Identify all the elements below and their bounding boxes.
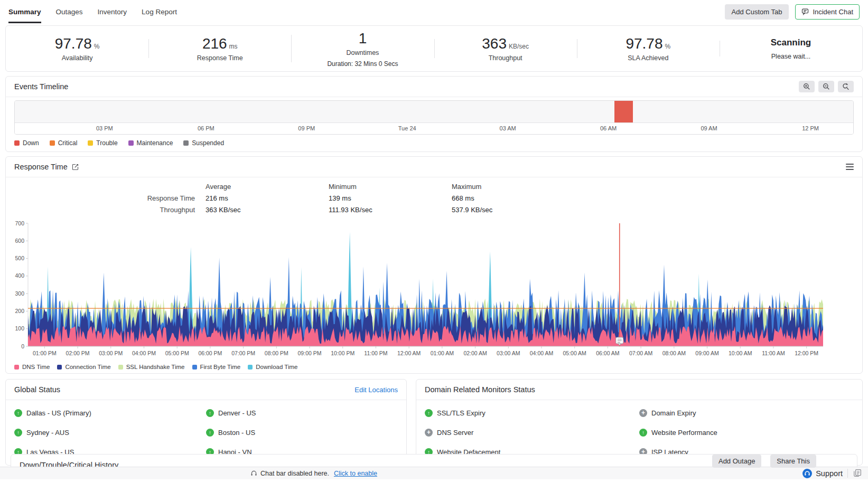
svg-text:04:00 AM: 04:00 AM xyxy=(530,350,553,356)
timeline-zoom-reset-button[interactable] xyxy=(838,81,854,92)
domain-monitor-item[interactable]: +DNS Server xyxy=(425,427,639,438)
incident-chat-button[interactable]: Incident Chat xyxy=(795,4,860,20)
location-status-item[interactable]: ↑Denver - US xyxy=(206,407,398,419)
domain-monitor-label: SSL/TLS Expiry xyxy=(437,409,486,417)
global-status-card: Global Status Edit Locations ↑Dallas - U… xyxy=(5,379,407,466)
svg-text:100: 100 xyxy=(15,325,24,331)
timeline-tick-label: 03 PM xyxy=(96,125,113,131)
scanning-status: Scanning xyxy=(720,37,862,48)
legend-label: Maintenance xyxy=(137,139,173,147)
chat-bubble-icon xyxy=(801,8,809,15)
incident-chat-label: Incident Chat xyxy=(813,8,853,16)
legend-swatch-icon xyxy=(183,140,189,146)
timeline-tick-label: 06 PM xyxy=(198,125,214,131)
events-legend-item: Trouble xyxy=(88,139,117,147)
top-bar: Summary Outages Inventory Log Report Add… xyxy=(0,0,868,23)
global-status-list: ↑Dallas - US (Primary)↑Denver - US↑Sydne… xyxy=(14,407,398,458)
legend-label: Trouble xyxy=(96,139,117,147)
throughput-value: 363 xyxy=(482,35,507,52)
timeline-zoom-in-button[interactable] xyxy=(799,81,815,92)
status-up-icon: ↑ xyxy=(14,409,22,417)
svg-text:700: 700 xyxy=(15,220,24,226)
availability-value: 97.78 xyxy=(55,35,92,52)
downtimes-value: 1 xyxy=(359,30,367,47)
location-status-item[interactable]: ↑Sydney - AUS xyxy=(14,427,206,438)
legend-swatch-icon xyxy=(192,365,197,370)
domain-monitor-item[interactable]: ↑Website Performance xyxy=(639,427,854,438)
events-legend-item: Maintenance xyxy=(128,139,173,147)
events-timeline-lane xyxy=(15,101,853,123)
tab-outages[interactable]: Outages xyxy=(56,0,83,23)
svg-text:07:00 AM: 07:00 AM xyxy=(629,350,652,356)
svg-text:05:00 AM: 05:00 AM xyxy=(563,350,586,356)
timeline-tick-label: 09 AM xyxy=(701,125,717,131)
events-legend-item: Critical xyxy=(50,139,78,147)
response-time-label: Response Time xyxy=(148,54,291,62)
tab-inventory[interactable]: Inventory xyxy=(98,0,127,23)
scanning-wait-text: Please wait... xyxy=(720,53,862,60)
svg-text:06:00 PM: 06:00 PM xyxy=(198,350,222,356)
chat-enable-link[interactable]: Click to enable xyxy=(334,470,377,477)
edit-locations-link[interactable]: Edit Locations xyxy=(354,386,398,394)
tab-log-report[interactable]: Log Report xyxy=(142,0,177,23)
timeline-tick-label: 12 PM xyxy=(802,125,819,131)
feedback-icon[interactable] xyxy=(853,469,862,479)
chat-disabled-text: Chat bar disabled here. xyxy=(260,470,329,477)
svg-text:500: 500 xyxy=(15,255,24,261)
tab-summary[interactable]: Summary xyxy=(8,0,41,23)
svg-text:07:00 PM: 07:00 PM xyxy=(231,350,255,356)
tab-bar: Summary Outages Inventory Log Report xyxy=(8,0,177,23)
add-outage-button[interactable]: Add Outage xyxy=(712,454,761,468)
domain-monitor-label: Website Performance xyxy=(651,429,717,437)
svg-text:11:00 AM: 11:00 AM xyxy=(762,350,785,356)
response-time-stats-table: Average Minimum Maximum Response Time 21… xyxy=(14,183,854,214)
timeline-tick-label: 09 PM xyxy=(298,125,315,131)
events-legend-item: Down xyxy=(14,139,39,147)
domain-monitor-item[interactable]: +Domain Expiry xyxy=(639,407,854,419)
kpi-summary-card: 97.78% Availability 216ms Response Time … xyxy=(5,25,863,72)
kpi-availability: 97.78% Availability xyxy=(6,35,148,62)
throughput-minimum: 111.93 KB/sec xyxy=(329,206,452,214)
svg-text:03:00 AM: 03:00 AM xyxy=(497,350,520,356)
legend-label: SSL Handshake Time xyxy=(126,364,185,370)
stats-col-maximum: Maximum xyxy=(452,183,854,191)
timeline-zoom-out-button[interactable] xyxy=(818,81,834,92)
chart-legend-item[interactable]: DNS Time xyxy=(14,364,50,370)
response-time-title: Response Time xyxy=(14,163,68,171)
legend-swatch-icon xyxy=(128,140,134,146)
chart-legend-item[interactable]: Download Time xyxy=(248,364,297,370)
timeline-down-event-block[interactable] xyxy=(614,101,633,122)
location-status-item[interactable]: ↑Boston - US xyxy=(206,427,398,438)
domain-monitors-title: Domain Related Monitors Status xyxy=(425,385,535,394)
stats-row-response-time-label: Response Time xyxy=(14,194,206,202)
domain-monitors-list: ↑SSL/TLS Expiry+Domain Expiry+DNS Server… xyxy=(425,407,854,458)
timeline-tick-label: 03 AM xyxy=(500,125,516,131)
legend-label: DNS Time xyxy=(22,364,50,370)
status-up-icon: ↑ xyxy=(14,429,22,437)
legend-label: Suspended xyxy=(192,139,224,147)
throughput-maximum: 537.9 KB/sec xyxy=(452,206,854,214)
share-this-button[interactable]: Share This xyxy=(770,454,816,468)
svg-text:10:00 PM: 10:00 PM xyxy=(331,350,354,356)
response-time-minimum: 139 ms xyxy=(329,194,452,202)
domain-monitors-card: Domain Related Monitors Status ↑SSL/TLS … xyxy=(416,379,863,466)
response-time-average: 216 ms xyxy=(206,194,329,202)
svg-text:08:00 AM: 08:00 AM xyxy=(662,350,686,356)
chart-legend-item[interactable]: Connection Time xyxy=(57,364,110,370)
status-up-icon: ↑ xyxy=(206,409,214,417)
chat-headset-icon xyxy=(250,470,257,477)
location-status-item[interactable]: ↑Dallas - US (Primary) xyxy=(14,407,206,419)
chart-legend-item[interactable]: First Byte Time xyxy=(192,364,241,370)
add-custom-tab-button[interactable]: Add Custom Tab xyxy=(725,4,789,20)
events-timeline-widget[interactable]: 03 PM06 PM09 PMTue 2403 AM06 AM09 AM12 P… xyxy=(14,100,854,135)
chart-legend-item[interactable]: SSL Handshake Time xyxy=(118,364,185,370)
card-menu-icon[interactable] xyxy=(846,164,854,170)
stats-col-minimum: Minimum xyxy=(329,183,452,191)
support-button[interactable]: Support xyxy=(802,467,843,479)
legend-swatch-icon xyxy=(118,365,123,370)
stats-col-average: Average xyxy=(206,183,329,191)
domain-monitor-label: DNS Server xyxy=(437,429,473,437)
support-headset-icon xyxy=(802,469,812,478)
domain-monitor-item[interactable]: ↑SSL/TLS Expiry xyxy=(425,407,639,419)
compare-chart-icon[interactable] xyxy=(72,164,79,171)
